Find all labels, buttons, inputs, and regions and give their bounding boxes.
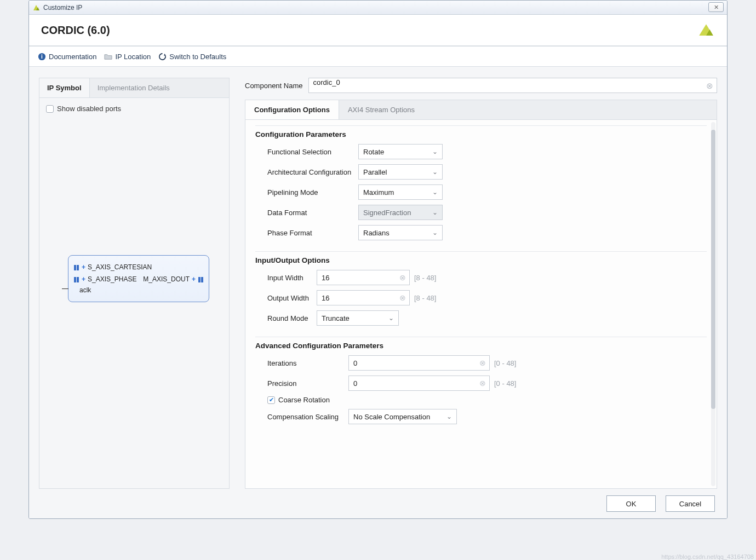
clear-icon[interactable]: ⊗ <box>399 273 406 282</box>
component-name-input[interactable]: cordic_0 ⊗ <box>308 78 718 93</box>
svg-rect-7 <box>74 265 76 270</box>
select-pipelining-mode[interactable]: Maximum ⌄ <box>358 184 443 200</box>
chevron-down-icon: ⌄ <box>432 209 438 216</box>
select-value: Radians <box>363 229 390 237</box>
right-panel: Component Name cordic_0 ⊗ Configuration … <box>245 78 717 489</box>
clear-icon[interactable]: ⊗ <box>399 293 406 302</box>
row-iterations: Iterations 0 ⊗ [0 - 48] <box>267 355 707 371</box>
bus-icon <box>74 276 79 282</box>
svg-rect-12 <box>201 277 203 282</box>
row-architectural-configuration: Architectural Configuration Parallel ⌄ <box>267 164 707 180</box>
body: IP Symbol Implementation Details Show di… <box>29 67 727 489</box>
ok-label: OK <box>626 500 637 508</box>
ok-button[interactable]: OK <box>606 495 656 512</box>
port-s-axis-phase: + S_AXIS_PHASE <box>74 275 136 283</box>
svg-rect-9 <box>74 277 76 282</box>
select-value: Parallel <box>363 168 387 176</box>
plus-icon: + <box>192 275 196 283</box>
svg-text:i: i <box>41 54 43 60</box>
select-compensation-scaling[interactable]: No Scale Compensation ⌄ <box>348 409 457 424</box>
chevron-down-icon: ⌄ <box>432 148 438 155</box>
component-name-value: cordic_0 <box>313 78 340 86</box>
select-value: Rotate <box>363 148 384 156</box>
switch-defaults-link[interactable]: Switch to Defaults <box>158 53 226 61</box>
svg-marker-6 <box>164 53 167 55</box>
input-input-width[interactable]: 16 ⊗ <box>317 270 410 285</box>
config-content: Configuration Parameters Functional Sele… <box>245 120 717 488</box>
port-aclk: aclk <box>79 286 91 294</box>
section-title-io-options: Input/Output Options <box>255 256 707 264</box>
hint-precision: [0 - 48] <box>494 379 516 388</box>
tab-implementation-details[interactable]: Implementation Details <box>90 78 177 97</box>
component-name-row: Component Name cordic_0 ⊗ <box>245 78 717 93</box>
input-value: 0 <box>353 359 357 367</box>
label-functional-selection: Functional Selection <box>267 148 358 156</box>
row-input-width: Input Width 16 ⊗ [8 - 48] <box>267 270 707 285</box>
select-value: No Scale Compensation <box>353 413 430 421</box>
port-aclk-label: aclk <box>79 286 91 294</box>
label-data-format: Data Format <box>267 209 358 217</box>
left-panel: IP Symbol Implementation Details Show di… <box>39 78 230 489</box>
label-precision: Precision <box>267 379 348 388</box>
documentation-label: Documentation <box>49 53 96 61</box>
documentation-link[interactable]: i Documentation <box>38 53 96 61</box>
left-tabbar: IP Symbol Implementation Details <box>39 78 229 98</box>
cancel-label: Cancel <box>679 500 701 508</box>
section-title-config-params: Configuration Parameters <box>255 130 707 138</box>
input-iterations[interactable]: 0 ⊗ <box>348 355 490 371</box>
bus-icon <box>198 276 203 282</box>
config-tabbar: Configuration Options AXI4 Stream Option… <box>245 100 717 120</box>
clear-icon[interactable]: ⊗ <box>479 379 486 388</box>
row-compensation-scaling: Compensation Scaling No Scale Compensati… <box>267 409 707 424</box>
switch-defaults-label: Switch to Defaults <box>169 53 226 61</box>
select-round-mode[interactable]: Truncate ⌄ <box>317 310 399 326</box>
select-functional-selection[interactable]: Rotate ⌄ <box>358 144 443 159</box>
plus-icon: + <box>82 263 85 271</box>
clear-icon[interactable]: ⊗ <box>706 81 713 91</box>
show-disabled-ports-checkbox[interactable] <box>46 105 54 113</box>
left-content: Show disabled ports + S_AXIS_CARTESIAN +… <box>39 98 229 488</box>
chevron-down-icon: ⌄ <box>446 413 452 420</box>
clear-icon[interactable]: ⊗ <box>479 359 486 367</box>
window-title: Customize IP <box>43 4 82 11</box>
show-disabled-ports-label: Show disabled ports <box>57 105 121 113</box>
port-dout-label: M_AXIS_DOUT <box>143 275 190 283</box>
label-coarse-rotation: Coarse Rotation <box>278 396 330 404</box>
ip-location-link[interactable]: IP Location <box>104 53 151 61</box>
svg-rect-11 <box>198 277 201 282</box>
tab-axi4-stream-options[interactable]: AXI4 Stream Options <box>339 100 423 119</box>
port-s-axis-cartesian: + S_AXIS_CARTESIAN <box>74 263 152 271</box>
input-value: 0 <box>353 379 357 388</box>
select-data-format[interactable]: SignedFraction ⌄ <box>358 205 443 220</box>
component-name-label: Component Name <box>245 82 303 90</box>
label-input-width: Input Width <box>267 274 317 282</box>
ip-location-label: IP Location <box>115 53 151 61</box>
row-phase-format: Phase Format Radians ⌄ <box>267 225 707 240</box>
label-iterations: Iterations <box>267 359 348 367</box>
label-pipelining-mode: Pipelining Mode <box>267 188 358 197</box>
select-architectural-configuration[interactable]: Parallel ⌄ <box>358 164 443 180</box>
coarse-rotation-checkbox[interactable]: ✔ <box>267 396 275 404</box>
hint-iterations: [0 - 48] <box>494 359 516 367</box>
close-button[interactable]: ✕ <box>708 2 724 12</box>
pin-aclk-line <box>62 288 68 289</box>
hint-input-width: [8 - 48] <box>414 274 436 282</box>
scrollbar-thumb[interactable] <box>711 130 715 409</box>
titlebar: Customize IP ✕ <box>29 1 727 15</box>
input-precision[interactable]: 0 ⊗ <box>348 376 490 391</box>
select-phase-format[interactable]: Radians ⌄ <box>358 225 443 240</box>
customize-ip-window: Customize IP ✕ CORDIC (6.0) i Documentat… <box>28 0 728 519</box>
label-output-width: Output Width <box>267 294 317 302</box>
input-value: 16 <box>322 294 329 302</box>
tab-ip-symbol[interactable]: IP Symbol <box>39 78 90 97</box>
section-advanced-params: Advanced Configuration Parameters Iterat… <box>255 337 707 424</box>
input-output-width[interactable]: 16 ⊗ <box>317 290 410 305</box>
config-box: Configuration Options AXI4 Stream Option… <box>245 100 717 489</box>
cancel-button[interactable]: Cancel <box>666 495 715 512</box>
label-architectural-configuration: Architectural Configuration <box>267 168 358 176</box>
vendor-logo-icon <box>697 22 715 38</box>
port-phase-label: S_AXIS_PHASE <box>88 275 136 283</box>
svg-rect-10 <box>77 277 79 282</box>
tab-configuration-options[interactable]: Configuration Options <box>245 100 339 119</box>
folder-icon <box>104 53 112 61</box>
